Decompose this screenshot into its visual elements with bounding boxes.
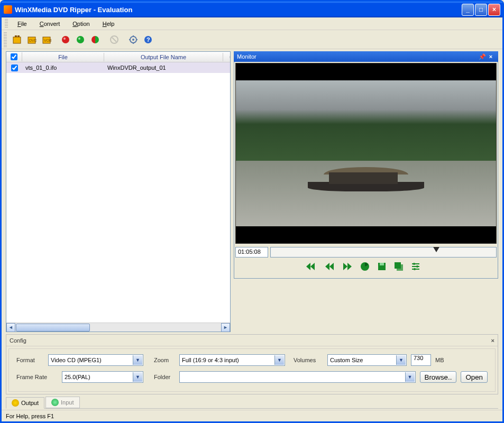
header-extra[interactable] (223, 56, 230, 58)
zoom-select[interactable]: Full (16:9 or 4:3 input)▼ (179, 354, 285, 366)
statusbar: For Help, press F1 (2, 410, 502, 421)
seek-slider[interactable] (270, 247, 497, 258)
select-all-checkbox[interactable] (11, 53, 17, 60)
format-label: Format (16, 357, 44, 363)
titlebar: WinXMedia DVD Ripper - Evaluation _ □ × (2, 2, 502, 17)
config-panel: Config × Format Video CD (MPEG1)▼ Zoom F… (6, 334, 498, 394)
record-split-button[interactable] (88, 33, 102, 47)
scroll-thumb[interactable] (16, 324, 90, 332)
browse-button[interactable]: Browse.. (420, 371, 457, 383)
framerate-select[interactable]: 25.0(PAL)▼ (62, 371, 143, 383)
fast-forward-button[interactable] (342, 262, 353, 274)
skip-forward-button[interactable] (323, 262, 335, 274)
svg-point-33 (413, 263, 415, 265)
svg-text:?: ? (146, 36, 150, 43)
open-button[interactable]: Open (461, 371, 488, 383)
timer-button[interactable] (360, 262, 370, 274)
svg-point-34 (416, 265, 418, 268)
monitor-panel: Monitor 📌 × 01:05:08 (234, 51, 498, 332)
close-button[interactable]: × (488, 4, 500, 16)
output-tab-icon (12, 399, 19, 407)
menu-file[interactable]: File (11, 19, 33, 29)
record-red-button[interactable] (59, 33, 72, 47)
help-icon-button[interactable]: ? (141, 33, 155, 47)
scroll-left-button[interactable]: ◄ (6, 323, 15, 332)
menubar-grip (5, 19, 8, 29)
save-frame-button[interactable] (377, 262, 387, 274)
table-row[interactable]: vts_01_0.ifo WinxDVDR_output_01 (6, 62, 230, 73)
chevron-down-icon: ▼ (396, 355, 406, 365)
svg-rect-1 (15, 35, 17, 37)
chevron-down-icon: ▼ (133, 372, 142, 382)
svg-text:VOB: VOB (44, 39, 51, 42)
header-output[interactable]: Output File Name (104, 53, 223, 61)
open-ifo-button[interactable] (10, 33, 24, 47)
header-file[interactable]: File (22, 53, 104, 61)
format-select[interactable]: Video CD (MPEG1)▼ (48, 354, 143, 366)
stop-button (107, 33, 121, 47)
svg-point-10 (78, 38, 80, 40)
volumes-select[interactable]: Custom Size▼ (327, 354, 407, 366)
timecode-display: 01:05:08 (235, 247, 268, 258)
filter-button[interactable] (411, 262, 420, 274)
pin-icon[interactable]: 📌 (478, 53, 487, 60)
svg-point-35 (414, 268, 416, 270)
main-area: File Output File Name vts_01_0.ifo WinxD… (2, 49, 502, 332)
tab-output[interactable]: Output (6, 397, 44, 409)
format-value: Video CD (MPEG1) (51, 357, 102, 363)
volumes-size-input[interactable]: 730 (411, 354, 431, 366)
svg-rect-0 (13, 37, 21, 43)
record-green-button[interactable] (74, 33, 87, 47)
crop-button[interactable] (394, 262, 404, 274)
bottom-tabs: Output Input (6, 397, 498, 409)
row-checkbox[interactable] (11, 65, 18, 71)
config-close-icon[interactable]: × (491, 337, 494, 344)
volumes-label: Volumes (294, 357, 323, 363)
settings-button[interactable] (126, 33, 140, 47)
time-bar: 01:05:08 (235, 247, 497, 258)
row-file: vts_01_0.ifo (22, 63, 104, 72)
monitor-close-icon[interactable]: × (487, 53, 495, 60)
folder-label: Folder (154, 374, 175, 380)
playback-controls (235, 262, 497, 277)
toolbar-grip (4, 32, 7, 47)
menu-convert-label: onvert (44, 21, 60, 27)
tab-input[interactable]: Input (45, 397, 79, 408)
menu-option-label: ption (77, 21, 90, 27)
input-tab-icon (51, 399, 59, 406)
video-preview[interactable] (235, 63, 497, 244)
menu-file-label: ile (21, 21, 27, 27)
svg-text:DVD: DVD (29, 39, 36, 42)
file-list-body[interactable]: vts_01_0.ifo WinxDVDR_output_01 (6, 62, 230, 323)
skip-back-button[interactable] (304, 262, 316, 274)
seek-position-marker[interactable] (433, 247, 439, 252)
scroll-right-button[interactable]: ► (221, 323, 230, 332)
zoom-label: Zoom (154, 357, 175, 363)
config-title-label: Config (10, 337, 491, 344)
folder-select[interactable]: ▼ (179, 371, 416, 383)
menu-help-label: elp (107, 21, 115, 27)
main-window: WinXMedia DVD Ripper - Evaluation _ □ × … (0, 0, 504, 423)
svg-rect-2 (17, 35, 20, 37)
chevron-down-icon: ▼ (274, 355, 284, 365)
statusbar-text: For Help, press F1 (6, 413, 54, 419)
menu-convert[interactable]: Convert (33, 19, 67, 29)
svg-point-18 (132, 39, 134, 41)
menu-help[interactable]: Help (96, 19, 121, 29)
window-title: WinXMedia DVD Ripper - Evaluation (15, 6, 462, 14)
svg-point-8 (63, 38, 66, 40)
menubar: File Convert Option Help (2, 17, 502, 30)
header-checkbox-col[interactable] (6, 52, 22, 61)
monitor-title: Monitor (237, 53, 478, 60)
open-vob-button[interactable]: VOB (40, 33, 53, 47)
open-dvd-button[interactable]: DVD (25, 33, 39, 47)
volumes-unit: MB (435, 357, 446, 363)
svg-point-9 (77, 36, 84, 43)
horizontal-scrollbar[interactable]: ◄ ► (6, 323, 230, 332)
minimize-button[interactable]: _ (462, 4, 474, 16)
menu-option[interactable]: Option (66, 19, 96, 29)
framerate-value: 25.0(PAL) (65, 374, 90, 380)
row-output: WinxDVDR_output_01 (104, 63, 223, 72)
tab-output-label: Output (21, 400, 39, 406)
maximize-button[interactable]: □ (475, 4, 487, 16)
